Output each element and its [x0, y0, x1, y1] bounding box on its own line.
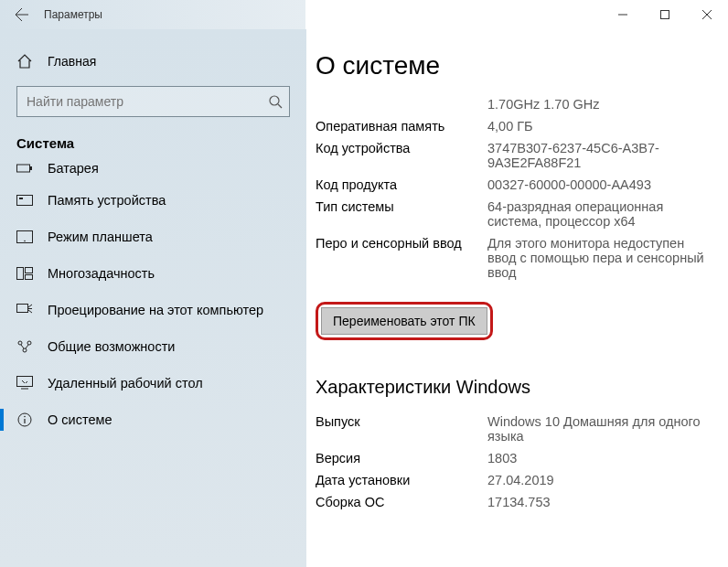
spec-value: 64-разрядная операционная система, проце…	[487, 199, 728, 229]
spec-label: Версия	[316, 451, 487, 465]
sidebar-item-label: Общие возможности	[48, 339, 175, 354]
shared-icon	[16, 338, 33, 355]
sidebar-item-shared[interactable]: Общие возможности	[0, 328, 306, 365]
maximize-button[interactable]	[644, 0, 686, 29]
svg-rect-4	[17, 165, 30, 172]
spec-row: 1.70GHz 1.70 GHz	[316, 93, 728, 115]
storage-icon	[16, 192, 33, 209]
sidebar-item-label: Режим планшета	[48, 230, 153, 244]
svg-rect-12	[26, 275, 33, 280]
svg-rect-17	[17, 377, 33, 387]
svg-point-2	[270, 96, 279, 105]
search-input[interactable]	[16, 86, 290, 117]
rename-highlight: Переименовать этот ПК	[316, 302, 493, 340]
spec-value: Для этого монитора недоступен ввод с пом…	[487, 236, 728, 280]
svg-point-16	[23, 348, 27, 352]
sidebar-item-remote-desktop[interactable]: Удаленный рабочий стол	[0, 365, 306, 401]
spec-row: Версия 1803	[316, 447, 728, 469]
svg-rect-10	[17, 268, 24, 280]
spec-label: Выпуск	[316, 414, 487, 444]
spec-row: Оперативная память 4,00 ГБ	[316, 115, 728, 137]
svg-point-20	[24, 416, 26, 418]
window-title: Параметры	[44, 8, 102, 21]
back-button[interactable]	[9, 2, 35, 27]
titlebar: Параметры	[0, 0, 728, 29]
spec-row: Тип системы 64-разрядная операционная си…	[316, 196, 728, 232]
sidebar-item-storage[interactable]: Память устройства	[0, 182, 306, 219]
spec-value: 3747B307-6237-45C6-A3B7-9A3E2FA88F21	[487, 141, 728, 170]
spec-row: Перо и сенсорный ввод Для этого монитора…	[316, 232, 728, 284]
sidebar-home-label: Главная	[48, 54, 96, 69]
search-icon	[268, 94, 283, 109]
sidebar-home[interactable]: Главная	[0, 46, 306, 77]
spec-row: Код устройства 3747B307-6237-45C6-A3B7-9…	[316, 137, 728, 174]
spec-value: 27.04.2019	[487, 473, 728, 487]
sidebar-section-title: Система	[0, 132, 306, 160]
spec-label: Сборка ОС	[316, 495, 487, 509]
spec-row: Сборка ОС 17134.753	[316, 491, 728, 513]
svg-rect-11	[26, 268, 33, 273]
minimize-button[interactable]	[602, 0, 644, 29]
spec-row: Код продукта 00327-60000-00000-AA493	[316, 174, 728, 196]
sidebar-item-label: Удаленный рабочий стол	[48, 376, 203, 390]
spec-label	[316, 97, 487, 112]
spec-label: Оперативная память	[316, 119, 487, 134]
remote-desktop-icon	[16, 375, 33, 391]
svg-point-15	[27, 341, 31, 345]
rename-pc-button[interactable]: Переименовать этот ПК	[321, 307, 487, 335]
spec-value: 17134.753	[487, 495, 728, 509]
projecting-icon	[16, 302, 33, 318]
sidebar-item-label: Память устройства	[48, 193, 166, 208]
sidebar-item-battery[interactable]: Батарея	[0, 160, 306, 182]
svg-rect-1	[661, 11, 669, 19]
sidebar-item-label: Батарея	[48, 161, 99, 176]
spec-label: Тип системы	[316, 199, 487, 229]
svg-point-14	[18, 341, 22, 345]
home-icon	[16, 53, 33, 70]
spec-label: Перо и сенсорный ввод	[316, 236, 487, 280]
svg-point-9	[24, 241, 26, 242]
main-content: О системе 1.70GHz 1.70 GHz Оперативная п…	[306, 29, 728, 567]
svg-line-3	[278, 104, 282, 108]
spec-label: Дата установки	[316, 473, 487, 487]
battery-icon	[16, 160, 33, 177]
sidebar-item-label: Многозадачность	[48, 266, 155, 281]
spec-label: Код продукта	[316, 177, 487, 192]
sidebar-item-tablet-mode[interactable]: Режим планшета	[0, 219, 306, 255]
info-icon	[16, 412, 33, 428]
spec-row: Дата установки 27.04.2019	[316, 469, 728, 491]
window-controls	[602, 0, 728, 29]
spec-value: 1803	[487, 451, 728, 465]
page-title: О системе	[316, 51, 728, 80]
svg-rect-7	[19, 198, 23, 199]
svg-rect-5	[30, 166, 32, 170]
spec-row: Выпуск Windows 10 Домашняя для одного яз…	[316, 411, 728, 447]
svg-rect-6	[17, 196, 33, 206]
search-wrap	[16, 86, 290, 117]
sidebar-item-projecting[interactable]: Проецирование на этот компьютер	[0, 292, 306, 328]
sidebar-item-about[interactable]: О системе	[0, 401, 306, 438]
spec-value: 00327-60000-00000-AA493	[487, 177, 728, 192]
sidebar-item-multitasking[interactable]: Многозадачность	[0, 255, 306, 292]
tablet-icon	[16, 229, 33, 245]
sidebar-item-label: О системе	[48, 412, 112, 427]
spec-value: Windows 10 Домашняя для одного языка	[487, 414, 728, 444]
device-specs: 1.70GHz 1.70 GHz Оперативная память 4,00…	[316, 93, 728, 284]
windows-specs: Выпуск Windows 10 Домашняя для одного яз…	[316, 411, 728, 513]
svg-rect-13	[17, 305, 28, 313]
multitasking-icon	[16, 265, 33, 282]
windows-specs-heading: Характеристики Windows	[316, 377, 728, 398]
close-button[interactable]	[686, 0, 728, 29]
sidebar-item-label: Проецирование на этот компьютер	[48, 303, 263, 317]
spec-value: 4,00 ГБ	[487, 119, 728, 134]
spec-label: Код устройства	[316, 141, 487, 170]
spec-value: 1.70GHz 1.70 GHz	[487, 97, 728, 112]
sidebar: Главная Система Батарея Память устройств…	[0, 29, 306, 567]
